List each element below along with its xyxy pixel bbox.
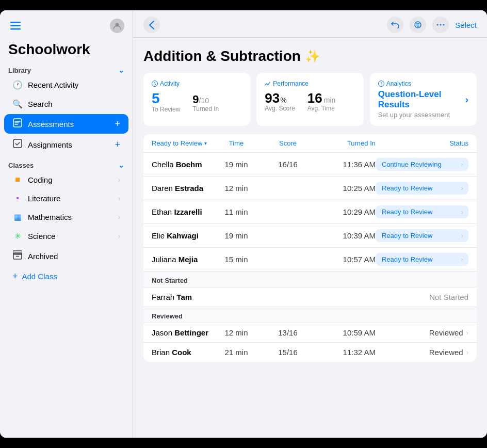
cell-turned-in: 10:57 AM [314,255,376,264]
add-class-button[interactable]: + Add Class [4,267,128,286]
coding-chevron-icon: › [118,176,120,184]
student-name: Daren Estrada [152,184,210,193]
badge-chevron-icon: › [461,184,463,192]
badge-chevron-icon: › [461,208,463,216]
not-started-section-header: Not Started [143,271,477,287]
ready-to-review-badge[interactable]: Ready to Review › [376,229,468,242]
svg-point-10 [440,24,442,26]
cell-turned-in: 11:32 AM [314,348,376,357]
sidebar-item-mathematics[interactable]: ▦ Mathematics › [4,208,128,226]
continue-reviewing-badge[interactable]: Continue Reviewing › [376,158,468,171]
mathematics-icon: ▦ [12,212,23,222]
sidebar: Schoolwork Library ⌄ 🕐 Recent Activity 🔍… [0,10,133,438]
toolbar-right: Select [387,17,477,33]
sidebar-item-literature[interactable]: ▪ Literature › [4,189,128,207]
student-name: Chella Boehm [152,160,210,169]
activity-card-header: Activity [152,80,242,87]
archived-icon [12,250,23,262]
cell-time: 15 min [210,255,262,264]
table-row[interactable]: Chella Boehm 19 min 16/16 11:36 AM Conti… [143,153,477,177]
back-button[interactable] [143,17,160,33]
undo-button[interactable] [387,17,403,33]
performance-card: Performance 93 % Avg. Score 16 [256,73,363,126]
status-cell: Ready to Review › [376,182,468,195]
svg-rect-0 [10,22,21,23]
cell-turned-in: 11:36 AM [314,160,376,169]
literature-icon: ▪ [12,194,23,203]
cell-turned-in: 10:59 AM [314,328,376,337]
sidebar-item-science[interactable]: ✳ Science › [4,227,128,245]
col-header-turned-in[interactable]: Turned In [314,139,376,147]
col-header-time[interactable]: Time [210,139,262,147]
student-name: Brian Cook [152,348,210,357]
reviewed-chevron-icon: › [466,329,468,337]
table-header: Ready to Review ▾ Time Score Turned In S… [143,134,477,153]
student-name: Jason Bettinger [152,328,210,337]
col-header-name[interactable]: Ready to Review ▾ [152,139,210,147]
svg-rect-5 [13,139,22,148]
stats-row: Activity 5 To Review 9 /10 Turned I [143,73,477,126]
ready-to-review-badge[interactable]: Ready to Review › [376,205,468,218]
svg-rect-1 [10,25,21,27]
classes-section-header: Classes ⌄ [0,159,133,170]
svg-point-11 [443,24,445,26]
cell-turned-in: 10:39 AM [314,231,376,240]
filter-button[interactable] [410,17,426,33]
svg-rect-7 [13,251,22,253]
reviewed-cell[interactable]: Reviewed › [376,348,468,357]
sidebar-item-assessments[interactable]: Assessments + [4,114,128,134]
toolbar-left [143,17,160,33]
status-cell: Continue Reviewing › [376,158,468,171]
reviewed-cell[interactable]: Reviewed › [376,328,468,337]
table-row[interactable]: Brian Cook 21 min 15/16 11:32 AM Reviewe… [143,343,477,362]
literature-chevron-icon: › [118,195,120,202]
sidebar-item-search[interactable]: 🔍 Search [4,95,128,113]
recent-activity-icon: 🕐 [12,80,23,90]
search-icon: 🔍 [12,99,23,109]
library-section-header: Library ⌄ [0,64,133,75]
cell-score: 16/16 [262,160,314,169]
student-name: Elie Kahwagi [152,231,210,240]
col-header-score[interactable]: Score [262,139,314,147]
table-row[interactable]: Farrah Tam Not Started [143,287,477,307]
table-row[interactable]: Elie Kahwagi 19 min 10:39 AM Ready to Re… [143,224,477,248]
add-assessment-icon[interactable]: + [115,119,120,130]
avg-score-stat: 93 % Avg. Score [265,91,295,112]
assessments-icon [12,118,23,130]
status-cell: Ready to Review › [376,253,468,266]
table-row[interactable]: Juliana Mejia 15 min 10:57 AM Ready to R… [143,248,477,271]
badge-chevron-icon: › [461,232,463,239]
analytics-card[interactable]: Analytics Question-Level Results › Set u… [370,73,477,126]
activity-card-body: 5 To Review 9 /10 Turned In [152,91,242,113]
table-row[interactable]: Jason Bettinger 12 min 13/16 10:59 AM Re… [143,323,477,343]
page-body: Addition & Subtraction ✨ Activity 5 To R… [133,38,487,438]
cell-time: 12 min [210,328,262,337]
sidebar-item-assignments[interactable]: Assignments + [4,135,128,154]
mathematics-chevron-icon: › [118,213,120,221]
svg-point-14 [381,85,381,85]
status-cell: Ready to Review › [376,229,468,242]
col-header-status[interactable]: Status [376,139,468,147]
cell-time: 12 min [210,184,262,193]
table-row[interactable]: Ethan Izzarelli 11 min 10:29 AM Ready to… [143,200,477,224]
sidebar-item-archived[interactable]: Archived [4,246,128,266]
table-row[interactable]: Daren Estrada 12 min 10:25 AM Ready to R… [143,177,477,200]
ready-to-review-badge[interactable]: Ready to Review › [376,253,468,266]
sidebar-toggle-icon[interactable] [8,19,23,33]
select-button[interactable]: Select [455,21,477,29]
sidebar-item-coding[interactable]: ■ Coding › [4,171,128,188]
cell-score: 13/16 [262,328,314,337]
assignments-icon [12,139,23,150]
ready-to-review-badge[interactable]: Ready to Review › [376,182,468,195]
add-assignment-icon[interactable]: + [115,139,120,150]
classes-chevron-icon: ⌄ [118,161,124,169]
user-avatar[interactable] [110,19,124,33]
toolbar: Select [133,10,487,38]
more-button[interactable] [432,17,449,33]
page-title: Addition & Subtraction ✨ [143,48,477,65]
main-content: Select Addition & Subtraction ✨ Activity [133,10,487,438]
cell-score: 15/16 [262,348,314,357]
avg-time-stat: 16 min Avg. Time [307,91,335,112]
sparkle-icon: ✨ [305,49,320,63]
sidebar-item-recent-activity[interactable]: 🕐 Recent Activity [4,76,128,94]
